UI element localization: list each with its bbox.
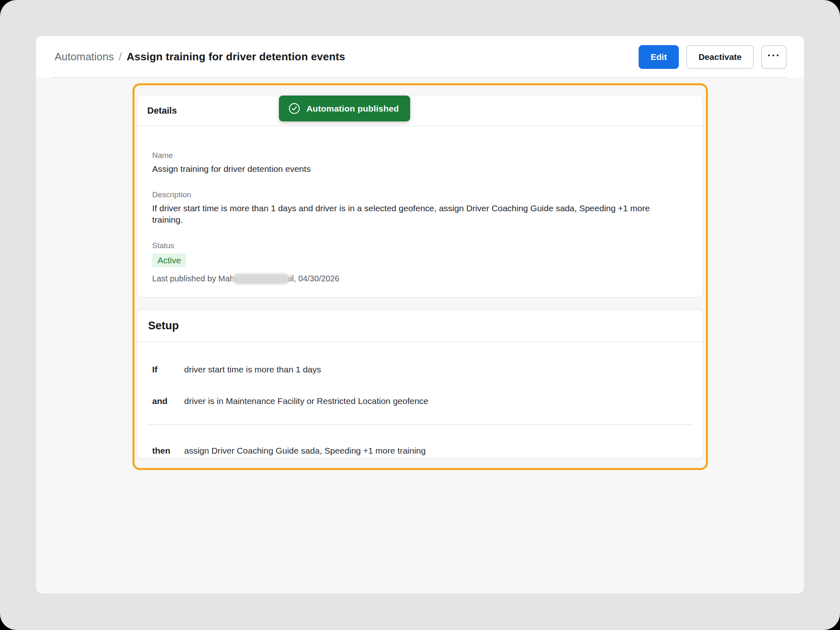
- rule-keyword-if: If: [152, 365, 184, 374]
- page-title: Assign training for driver detention eve…: [127, 50, 345, 63]
- header-actions: Edit Deactivate ···: [639, 45, 787, 69]
- rule-row-then: then assign Driver Coaching Guide sada, …: [137, 446, 703, 456]
- details-card-title: Details: [147, 105, 177, 116]
- name-label: Name: [152, 151, 688, 160]
- details-card-header: Details: [137, 96, 703, 126]
- last-published-line: Last published by Mah ail, 04/30/2026: [152, 274, 688, 284]
- breadcrumb: Automations / Assign training for driver…: [55, 36, 345, 77]
- status-badge: Active: [152, 253, 186, 267]
- setup-card-title: Setup: [148, 320, 179, 332]
- breadcrumb-separator: /: [119, 50, 122, 63]
- rule-text-if: driver start time is more than 1 days: [184, 365, 321, 374]
- more-options-button[interactable]: ···: [761, 45, 787, 69]
- rule-keyword-and: and: [152, 396, 184, 406]
- name-value: Assign training for driver detention eve…: [152, 163, 681, 175]
- description-field: Description If driver start time is more…: [152, 190, 688, 226]
- status-label: Status: [152, 241, 688, 250]
- deactivate-button[interactable]: Deactivate: [686, 45, 754, 69]
- toast-message: Automation published: [306, 104, 399, 114]
- redacted-publisher-name: [233, 274, 290, 284]
- screen: Automations / Assign training for driver…: [0, 0, 840, 630]
- breadcrumb-automations-link[interactable]: Automations: [55, 50, 114, 63]
- setup-card-body: If driver start time is more than 1 days…: [137, 365, 703, 456]
- last-published-suffix: ail, 04/30/2026: [285, 274, 339, 283]
- toast-automation-published: Automation published: [279, 96, 410, 121]
- details-card-body: Name Assign training for driver detentio…: [137, 126, 703, 284]
- rule-text-and: driver is in Maintenance Facility or Res…: [184, 396, 428, 406]
- last-published-prefix: Last published by Mah: [152, 274, 234, 283]
- details-card: Details Name Assign training for driver …: [137, 95, 703, 297]
- app-window: Automations / Assign training for driver…: [36, 36, 804, 593]
- description-label: Description: [152, 190, 688, 199]
- check-circle-icon: [288, 103, 300, 114]
- description-value: If driver start time is more than 1 days…: [152, 203, 681, 226]
- rule-divider: [147, 424, 693, 425]
- page-header: Automations / Assign training for driver…: [36, 36, 804, 78]
- setup-card: Setup If driver start time is more than …: [137, 310, 703, 459]
- rule-row-if: If driver start time is more than 1 days: [137, 365, 703, 374]
- setup-card-header: Setup: [137, 310, 703, 342]
- header-divider: [51, 77, 788, 78]
- rule-keyword-then: then: [152, 446, 184, 456]
- name-field: Name Assign training for driver detentio…: [152, 151, 688, 175]
- status-field: Status Active Last published by Mah ail,…: [152, 241, 688, 284]
- rule-row-and: and driver is in Maintenance Facility or…: [137, 396, 703, 406]
- rule-text-then: assign Driver Coaching Guide sada, Speed…: [184, 446, 426, 456]
- edit-button[interactable]: Edit: [639, 45, 679, 69]
